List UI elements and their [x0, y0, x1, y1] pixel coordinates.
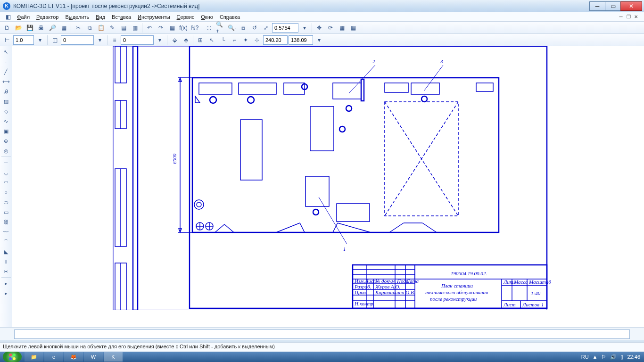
undo-icon[interactable]: ↶ [144, 23, 155, 33]
menu-window[interactable]: Окно [198, 13, 216, 21]
vtool-line-icon[interactable]: ╱ [1, 67, 11, 76]
ortho-icon[interactable]: └ [218, 35, 228, 45]
cursor-icon[interactable]: ↖ [206, 35, 217, 45]
pan-icon[interactable]: ✥ [314, 23, 324, 33]
task-word[interactable]: W [84, 352, 103, 362]
maximize-button[interactable]: ▭ [605, 1, 621, 11]
print-icon[interactable]: 🖶 [36, 23, 46, 33]
vtool-more1-icon[interactable]: ▸ [1, 279, 11, 288]
ortho2-icon[interactable]: ⌐ [229, 35, 239, 45]
grid3-icon[interactable]: ⊞ [195, 35, 206, 45]
tray-lang[interactable]: RU [581, 354, 589, 360]
close-button[interactable]: ✕ [620, 1, 642, 11]
minimize-button[interactable]: ─ [589, 1, 605, 11]
app-menu-icon[interactable]: ◧ [3, 12, 13, 22]
vtool-edit-icon[interactable]: ▣ [1, 126, 11, 136]
redo-icon[interactable]: ↷ [156, 23, 166, 33]
fx-icon[interactable]: f(x) [178, 23, 189, 33]
vtool-arc2-icon[interactable]: ◠ [1, 178, 11, 187]
x-input[interactable] [263, 35, 288, 45]
zoom-fit-icon[interactable]: ⤢ [261, 23, 271, 33]
layer-icon[interactable]: ◫ [50, 35, 60, 45]
menu-file[interactable]: Файл [14, 13, 33, 21]
tray-vol-icon[interactable]: 🔊 [610, 354, 617, 360]
paste-icon[interactable]: 📋 [96, 23, 106, 33]
task-ie[interactable]: e [44, 352, 63, 362]
tray-flag-icon[interactable]: ▲ [593, 354, 598, 360]
vtool-shape-icon[interactable]: ◇ [1, 107, 11, 116]
vtool-seg-icon[interactable]: ─ [1, 158, 11, 167]
move-view-icon[interactable]: ⸬ [204, 23, 215, 33]
save-icon[interactable]: 💾 [25, 23, 35, 33]
zoom-in-icon[interactable]: 🔍+ [215, 23, 226, 33]
zoom-window-icon[interactable]: ⧈ [238, 23, 248, 33]
vtool-fillet-icon[interactable]: ⌒ [1, 237, 11, 247]
open-icon[interactable]: 📂 [13, 23, 24, 33]
cut-icon[interactable]: ✂ [73, 23, 83, 33]
menu-tools[interactable]: Инструменты [135, 13, 173, 21]
task-explorer[interactable]: 📁 [25, 352, 43, 362]
dd2-icon[interactable]: ▾ [95, 35, 105, 45]
prop2-input[interactable] [61, 35, 94, 45]
vtool-bezier-icon[interactable]: 〰 [1, 227, 11, 237]
zoom-prev-icon[interactable]: ↺ [249, 23, 260, 33]
vtool-chain-icon[interactable]: ⛓ [1, 217, 11, 227]
coord-icon[interactable]: ⊹ [252, 35, 262, 45]
new-icon[interactable]: 🗋 [2, 23, 12, 33]
zoom-input[interactable] [272, 23, 298, 33]
props-icon[interactable]: ▦ [58, 23, 69, 33]
preview-icon[interactable]: 🔎 [47, 23, 58, 33]
snap2-icon[interactable]: ⬘ [181, 35, 191, 45]
vtool-break-icon[interactable]: ✂ [1, 267, 11, 276]
vtool-offset-icon[interactable]: ⫴ [1, 257, 11, 266]
menu-edit[interactable]: Редактор [33, 13, 61, 21]
vtool-circle-icon[interactable]: ○ [1, 188, 11, 197]
stop-icon[interactable]: ⊢ [2, 35, 12, 45]
dd4-icon[interactable]: ▾ [314, 35, 324, 45]
mdi-restore-button[interactable]: ❐ [625, 14, 632, 20]
vtool-more2-icon[interactable]: ▸ [1, 288, 11, 298]
vtool-param-icon[interactable]: ⊕ [1, 136, 11, 146]
linetype-icon[interactable]: ≡ [109, 35, 120, 45]
tray-more-icon[interactable]: ▯ [620, 354, 623, 360]
dd1-icon[interactable]: ▾ [35, 35, 45, 45]
grid-icon[interactable]: ▦ [337, 23, 347, 33]
vtool-ellipse-icon[interactable]: ⬭ [1, 197, 11, 207]
command-input[interactable] [14, 329, 630, 339]
y-input[interactable] [289, 35, 313, 45]
vtool-spline-icon[interactable]: ∿ [1, 116, 11, 126]
tray-net-icon[interactable]: 🏳 [601, 354, 606, 360]
menu-service[interactable]: Сервис [174, 13, 198, 21]
vtool-rect-icon[interactable]: ▭ [1, 207, 11, 217]
start-button[interactable] [3, 352, 22, 362]
menu-insert[interactable]: Вставка [109, 13, 134, 21]
format-icon[interactable]: ✎ [107, 23, 117, 33]
grid2-icon[interactable]: ▦ [348, 23, 358, 33]
copy-icon[interactable]: ⧉ [84, 23, 95, 33]
dd3-icon[interactable]: ▾ [155, 35, 165, 45]
redraw-icon[interactable]: ⟳ [325, 23, 336, 33]
menu-select[interactable]: Выделить [62, 13, 92, 21]
tray-time[interactable]: 22:46 [627, 354, 640, 360]
zoom-out-icon[interactable]: 🔍- [227, 23, 237, 33]
task-kompas[interactable]: K [104, 352, 123, 362]
vtool-select-icon[interactable]: ↖ [1, 47, 11, 57]
task-firefox[interactable]: 🦊 [64, 352, 83, 362]
zoom-dd-icon[interactable]: ▾ [299, 23, 310, 33]
menu-help[interactable]: Справка [217, 13, 243, 21]
mdi-minimize-button[interactable]: ─ [618, 14, 624, 20]
menu-view[interactable]: Вид [93, 13, 108, 21]
prop1-input[interactable] [13, 35, 34, 45]
select2-icon[interactable]: ▥ [130, 23, 140, 33]
vtool-hatch-icon[interactable]: ▨ [1, 97, 11, 106]
vtool-arc-icon[interactable]: ◡ [1, 168, 11, 177]
snap3-icon[interactable]: ✦ [240, 35, 251, 45]
prop3-input[interactable] [121, 35, 154, 45]
layers-icon[interactable]: ▦ [167, 23, 177, 33]
vtool-chamfer-icon[interactable]: ◣ [1, 247, 11, 256]
mdi-close-button[interactable]: ✕ [633, 14, 639, 20]
select-all-icon[interactable]: ▤ [118, 23, 129, 33]
snap1-icon[interactable]: ⬙ [169, 35, 180, 45]
vtool-point-icon[interactable]: · [1, 57, 11, 66]
drawing-canvas[interactable]: 6000 1 2 3 [12, 46, 644, 340]
